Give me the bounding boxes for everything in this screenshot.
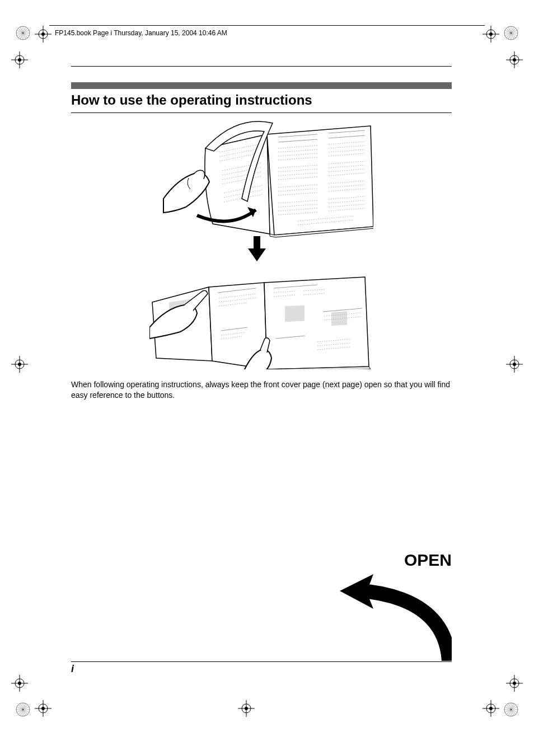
rosette-br: [504, 702, 518, 717]
svg-point-79: [245, 707, 248, 710]
header-rule: [49, 25, 485, 26]
svg-point-43: [489, 32, 493, 36]
registration-mark-lt: [11, 51, 28, 68]
rosette-bl: [16, 702, 30, 717]
top-rule: [71, 66, 452, 67]
registration-mark-rb: [506, 675, 523, 692]
title-underline: [71, 112, 452, 113]
open-section: OPEN: [340, 551, 452, 661]
manual-illustration: [149, 118, 373, 369]
rosette-tl: [16, 26, 30, 40]
footer-rule: [71, 661, 452, 662]
svg-rect-141: [285, 305, 305, 322]
registration-mark-bc: [238, 700, 255, 717]
svg-point-51: [513, 58, 516, 62]
svg-point-39: [41, 32, 45, 36]
svg-rect-142: [331, 312, 347, 326]
svg-point-63: [18, 682, 21, 685]
svg-point-67: [513, 682, 516, 685]
svg-point-71: [41, 707, 45, 710]
registration-mark-lm: [11, 356, 28, 373]
body-text: When following operating instructions, a…: [71, 379, 452, 401]
svg-point-75: [489, 707, 493, 710]
content-area: How to use the operating instructions: [71, 66, 452, 401]
svg-rect-126: [254, 236, 260, 250]
svg-point-55: [18, 363, 21, 366]
registration-mark-bl: [35, 700, 51, 717]
registration-mark-br: [483, 700, 499, 717]
rosette-tr: [504, 26, 518, 40]
registration-mark-tl: [35, 26, 51, 43]
registration-mark-rm: [506, 356, 523, 373]
registration-mark-rt: [506, 51, 523, 68]
svg-point-47: [18, 58, 21, 62]
page-number: i: [71, 663, 74, 675]
page-title: How to use the operating instructions: [71, 92, 452, 108]
section-bar: [71, 82, 452, 89]
registration-mark-tr: [483, 26, 499, 43]
svg-point-59: [513, 363, 516, 366]
open-arrow-icon: [340, 574, 452, 661]
header-text: FP145.book Page i Thursday, January 15, …: [55, 29, 227, 37]
registration-mark-lb: [11, 675, 28, 692]
open-label: OPEN: [340, 551, 452, 570]
